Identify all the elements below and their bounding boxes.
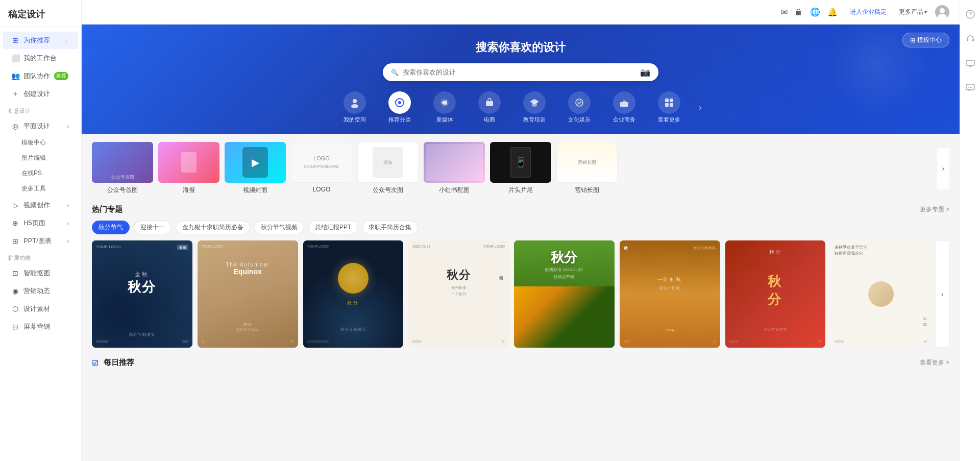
sidebar-item-label: 屏幕营销 [23,322,50,331]
design-type-head-tail[interactable]: 📱 片头片尾 [490,142,551,195]
user-avatar[interactable] [935,5,949,19]
design-type-sales-long[interactable]: 营销长图 营销长图 [556,142,618,195]
template-card-5[interactable]: 秋分 配州标准 2023-2-1日秋风知节候 [514,240,615,348]
design-type-thumb-sales: 营销长图 [556,142,618,183]
sidebar-item-label: 智能抠图 [23,269,50,278]
template-scroll-right[interactable]: › [935,240,949,348]
sidebar-item-recommend[interactable]: ⊞ 为你推荐 ⋮ [3,32,78,49]
topic-tab-resume[interactable]: 求职手简历合集 [362,221,418,234]
sidebar-collapse-icon[interactable]: ⋮ [63,36,70,44]
sidebar-item-workspace[interactable]: ⬜ 我的工作台 [3,50,78,67]
right-tools-panel: ? [960,0,980,461]
education-icon [523,91,546,114]
sidebar-sub-more-tools[interactable]: 更多工具 [3,181,78,196]
sidebar-item-label: 创建设计 [23,89,50,99]
team-icon: 👥 [11,72,19,80]
category-more[interactable]: 查看更多 [654,91,684,124]
topic-tab-autumn[interactable]: 秋分节气 [92,221,130,234]
category-my-space[interactable]: 我的空间 [339,91,370,124]
topic-tab-summary-ppt[interactable]: 总结汇报PPT [308,221,358,234]
template-card-7[interactable]: 秋分 秋分 秋分节·标准节 ⊟⊟⊟⊟ [725,240,826,348]
new-media-icon [433,91,456,114]
right-tool-chat[interactable] [962,80,978,96]
avatar-svg [935,5,949,19]
svg-point-6 [398,101,401,104]
sidebar-sub-photo-edit[interactable]: 图片编辑 [3,151,78,165]
sidebar-item-flat-design[interactable]: ◎ 平面设计 ∧ [3,117,78,135]
hero-search-bar[interactable]: 🔍 📷 [383,63,658,81]
globe-icon[interactable]: 🌐 [810,7,820,17]
right-tool-question[interactable]: ? [962,6,978,22]
svg-rect-23 [966,60,974,65]
sidebar-item-design-material[interactable]: ⬡ 设计素材 [3,300,78,318]
camera-icon[interactable]: 📷 [640,67,650,77]
svg-rect-16 [670,99,673,102]
search-icon: 🔍 [391,69,399,76]
bell-icon[interactable]: 🔔 [827,7,838,17]
category-culture[interactable]: 文化娱乐 [564,91,595,124]
sidebar-item-screen-marketing[interactable]: ⊟ 屏幕营销 [3,318,78,335]
category-new-media[interactable]: 新媒体 [429,91,460,124]
sidebar-item-video[interactable]: ▷ 视频创作 ∨ [3,197,78,214]
search-input[interactable] [403,68,640,76]
expand-arrow-h5: ∨ [66,221,70,226]
my-space-icon [344,91,366,114]
svg-point-27 [971,87,972,88]
template-card-3[interactable]: YOUR LOGO 秋分 秋分节·标准节 ⊟⊟⊟⊟⊟⊟⊟ [303,240,404,348]
sidebar-item-team[interactable]: 👥 团队协作 推荐 [3,67,78,85]
topic-tab-autumn-video[interactable]: 秋分节气视频 [254,221,304,234]
svg-rect-18 [670,103,673,107]
category-education[interactable]: 教育培训 [519,91,550,124]
category-nav-arrow[interactable]: › [699,91,702,124]
template-card-2[interactable]: YOUR LOGO The Autumnal Equinox 秋分 配州市·忆出… [198,240,298,348]
sidebar-item-label: 设计素材 [23,304,50,313]
template-card-8[interactable]: 来秋季欢喜千巴卡好用面霜我选它 0102 ⊟⊟⊟⊟ [830,240,931,348]
trash-icon[interactable]: 🗑 [795,8,803,17]
design-type-label: 小红书配图 [424,186,485,195]
question-icon: ? [966,10,975,19]
template-card-6[interactable]: 秋 秋分知秋·秋风 一叶知秋 秋分一日标 199 ▶ ⊟⊟⊟ [620,240,720,348]
right-tool-headphone[interactable] [962,31,978,47]
design-type-wechat-cover[interactable]: 公众号首图 公众号首图 [92,142,153,195]
svg-rect-8 [443,101,447,105]
template-center-button[interactable]: ⊞ 模板中心 [902,33,949,47]
design-types-scroll-right[interactable]: › [937,148,949,189]
team-badge: 推荐 [54,72,68,80]
create-icon: ＋ [11,89,19,99]
sidebar-item-ppt[interactable]: ⊞ PPT/图表 ∨ [3,232,78,250]
sidebar-item-create[interactable]: ＋ 创建设计 [3,85,78,103]
enter-enterprise-button[interactable]: 进入企业稿定 [846,6,891,18]
more-topics-link[interactable]: 更多专题 > [920,205,949,214]
design-type-thumb-head-tail: 📱 [490,142,551,183]
category-business[interactable]: 企业商务 [609,91,640,124]
design-type-xiaohongshu[interactable]: 小红书配图 [424,142,485,195]
category-recommend[interactable]: 推荐分类 [384,91,415,124]
right-tool-monitor[interactable] [962,55,978,71]
topic-tab-job[interactable]: 金九银十求职简历必备 [176,221,250,234]
sidebar-item-smart-cutout[interactable]: ⊡ 智能抠图 [3,264,78,282]
mail-icon[interactable]: ✉ [781,7,788,17]
hero-banner: ⊞ 模板中心 搜索你喜欢的设计 🔍 📷 我的空间 推荐分类 [82,25,960,134]
more-recommend-link[interactable]: 查看更多 > [920,358,949,367]
expand-arrow-video: ∨ [66,203,70,208]
design-type-poster[interactable]: 海报 [158,142,219,195]
svg-rect-21 [967,39,968,41]
sidebar-item-marketing-animate[interactable]: ◉ 营销动态 [3,282,78,300]
more-products-dropdown[interactable]: 更多产品 ▾ [899,8,927,16]
chat-icon [966,83,975,92]
expand-arrow: ∧ [66,124,70,129]
sidebar-sub-template[interactable]: 模板中心 [3,135,78,150]
svg-point-4 [351,104,358,108]
design-type-logo[interactable]: LOGOCOURPENIGWE LOGO [291,142,352,195]
topic-tab-national-day[interactable]: 迎接十一 [134,221,172,234]
chevron-right-templates-icon: › [941,290,944,298]
h5-icon: ⊕ [11,219,19,227]
design-type-wechat-thumb[interactable]: 通知 公众号次图 [357,142,419,195]
sidebar-sub-online-ps[interactable]: 在线PS [3,166,78,181]
template-card-1[interactable]: YOUR LOGO◼◼ 金秋 秋分 秋分节·标准节 ⊟⊟⊟⊟⊟⊟ [92,240,192,348]
sidebar-item-h5[interactable]: ⊕ H5页面 ∨ [3,214,78,232]
category-ecommerce[interactable]: 电商 [474,91,505,124]
design-type-video-cover[interactable]: ▶ 视频封面 [225,142,286,195]
template-card-4[interactable]: 2021 09.23 YOUR LOGO 秋分 配州标准一日生日 秋风知节候 ⊟… [408,240,509,348]
svg-rect-10 [486,101,493,106]
